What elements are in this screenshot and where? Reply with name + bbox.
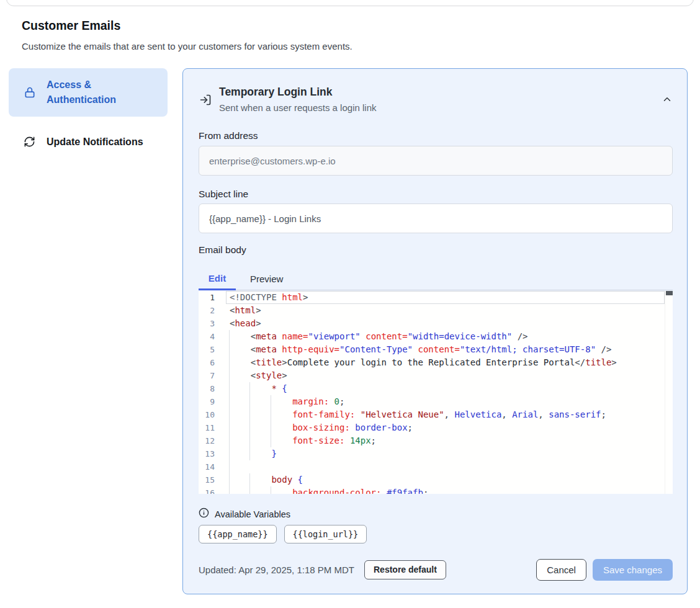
code-line[interactable]: 3<head> — [199, 317, 673, 330]
code-text: <!DOCTYPE html> — [230, 291, 308, 304]
line-number: 13 — [199, 447, 215, 460]
code-line[interactable]: 4 <meta name="viewport" content="width=d… — [199, 330, 673, 343]
available-variables-row: Available Variables — [199, 507, 290, 521]
code-line[interactable]: 6 <title>Complete your login to the Repl… — [199, 356, 673, 369]
line-number: 4 — [199, 330, 215, 343]
code-text: <head> — [230, 317, 261, 330]
tab-edit[interactable]: Edit — [199, 267, 236, 290]
line-number: 9 — [199, 395, 215, 408]
indent-guide — [229, 460, 230, 473]
from-address-label: From address — [199, 130, 258, 141]
refresh-icon — [24, 136, 36, 148]
code-line[interactable]: 9 margin: 0; — [199, 395, 673, 408]
line-number: 5 — [199, 343, 215, 356]
variable-chip[interactable]: {{app_name}} — [199, 525, 277, 543]
code-text: box-sizing: border-box; — [230, 421, 413, 434]
sidebar-item-label: Access & Authentication — [47, 78, 156, 107]
panel-footer: Updated: Apr 29, 2025, 1:18 PM MDT Resto… — [199, 558, 673, 581]
code-text: <title>Complete your login to the Replic… — [230, 356, 617, 369]
lock-icon — [24, 86, 36, 99]
code-text: <style> — [230, 369, 287, 382]
code-line[interactable]: 11 box-sizing: border-box; — [199, 421, 673, 434]
from-address-input[interactable] — [199, 146, 673, 176]
scrollbar-thumb[interactable] — [666, 291, 673, 295]
code-line[interactable]: 10 font-family: "Helvetica Neue", Helvet… — [199, 408, 673, 421]
line-number: 12 — [199, 434, 215, 447]
code-editor[interactable]: 1<!DOCTYPE html>2<html>3<head>4 <meta na… — [199, 291, 673, 494]
line-number: 11 — [199, 421, 215, 434]
sidebar-item-update-notifications[interactable]: Update Notifications — [9, 130, 168, 154]
email-body-label: Email body — [199, 244, 246, 256]
subject-line-input[interactable] — [199, 203, 673, 233]
line-number: 1 — [199, 291, 215, 304]
save-changes-button[interactable]: Save changes — [593, 559, 673, 581]
variable-chip[interactable]: {{login_url}} — [284, 525, 367, 543]
line-number: 7 — [199, 369, 215, 382]
code-text: } — [230, 447, 277, 460]
line-number: 16 — [199, 486, 215, 494]
available-variables-label: Available Variables — [215, 509, 290, 519]
code-line[interactable]: 13 } — [199, 447, 673, 460]
cancel-button[interactable]: Cancel — [536, 559, 586, 581]
line-number: 8 — [199, 382, 215, 395]
restore-default-button[interactable]: Restore default — [364, 560, 446, 579]
email-types-sidebar: Access & AuthenticationUpdate Notificati… — [9, 68, 168, 154]
line-number: 3 — [199, 317, 215, 330]
page-title: Customer Emails — [22, 19, 120, 33]
email-body-tabs: EditPreview — [199, 267, 673, 290]
subject-line-label: Subject line — [199, 189, 248, 200]
line-number: 14 — [199, 460, 215, 473]
code-line[interactable]: 12 font-size: 14px; — [199, 434, 673, 447]
section-title: Temporary Login Link — [219, 86, 332, 99]
code-line[interactable]: 14 — [199, 460, 673, 473]
chevron-up-icon — [662, 97, 673, 107]
code-line[interactable]: 16 background-color: #f9fafb; — [199, 486, 673, 494]
page-subtitle: Customize the emails that are sent to yo… — [22, 41, 352, 51]
info-icon — [199, 507, 209, 521]
code-text: background-color: #f9fafb; — [230, 486, 428, 494]
code-text: * { — [230, 382, 287, 395]
sidebar-item-access-authentication[interactable]: Access & Authentication — [9, 68, 168, 117]
login-icon — [199, 94, 212, 106]
tab-preview[interactable]: Preview — [236, 267, 297, 290]
code-text: margin: 0; — [230, 395, 344, 408]
sidebar-item-label: Update Notifications — [47, 135, 143, 150]
code-text: <meta name="viewport" content="width=dev… — [230, 330, 528, 343]
code-line[interactable]: 2<html> — [199, 304, 673, 317]
collapse-section-button[interactable] — [660, 92, 675, 107]
line-number: 10 — [199, 408, 215, 421]
variable-chips: {{app_name}}{{login_url}} — [199, 525, 367, 543]
code-line[interactable]: 15 body { — [199, 473, 673, 486]
code-text: font-family: "Helvetica Neue", Helvetica… — [230, 408, 606, 421]
code-text: font-size: 14px; — [230, 434, 376, 447]
code-line[interactable]: 5 <meta http-equiv="Content-Type" conten… — [199, 343, 673, 356]
updated-timestamp: Updated: Apr 29, 2025, 1:18 PM MDT — [199, 565, 354, 575]
code-line[interactable]: 1<!DOCTYPE html> — [199, 291, 673, 304]
section-subtitle: Sent when a user requests a login link — [219, 102, 376, 113]
code-line[interactable]: 8 * { — [199, 382, 673, 395]
code-text: <html> — [230, 304, 261, 317]
editor-scrollbar[interactable] — [665, 291, 673, 494]
code-text: <meta http-equiv="Content-Type" content=… — [230, 343, 611, 356]
line-number: 6 — [199, 356, 215, 369]
line-number: 2 — [199, 304, 215, 317]
temporary-login-link-panel: Temporary Login Link Sent when a user re… — [182, 68, 688, 594]
code-text: body { — [230, 473, 303, 486]
previous-card-bottom-edge — [6, 0, 694, 6]
line-number: 15 — [199, 473, 215, 486]
code-line[interactable]: 7 <style> — [199, 369, 673, 382]
